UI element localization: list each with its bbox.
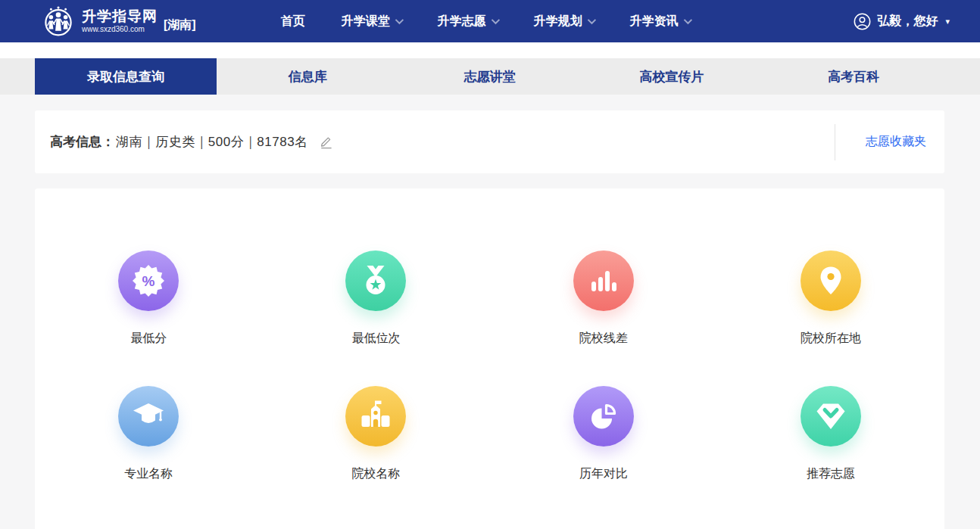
tab-gaokao-wiki[interactable]: 高考百科 bbox=[763, 58, 944, 95]
card-label: 专业名称 bbox=[124, 466, 173, 482]
percent-seal-icon: % bbox=[130, 263, 167, 299]
tab-volunteer-lectures[interactable]: 志愿讲堂 bbox=[398, 58, 580, 95]
card-school-name[interactable]: 院校名称 bbox=[262, 386, 489, 482]
gaokao-info-value: 湖南｜历史类｜500分｜81783名 bbox=[116, 133, 308, 151]
query-options-grid: % 最低分 最低位次 bbox=[35, 188, 944, 482]
site-title: 升学指导网 bbox=[82, 9, 158, 24]
card-yearly-compare[interactable]: 历年对比 bbox=[490, 386, 717, 482]
location-pin-icon bbox=[813, 263, 849, 299]
chevron-down-icon bbox=[587, 16, 595, 24]
site-logo[interactable]: 升学指导网 www.sxzd360.com [湖南] bbox=[42, 5, 196, 37]
tab-college-videos[interactable]: 高校宣传片 bbox=[581, 58, 763, 95]
nav-item-volunteer[interactable]: 升学志愿 bbox=[438, 14, 498, 30]
nav-item-news[interactable]: 升学资讯 bbox=[630, 14, 690, 30]
card-major-name[interactable]: 专业名称 bbox=[35, 386, 262, 482]
card-min-score[interactable]: % 最低分 bbox=[35, 250, 262, 347]
site-url: www.sxzd360.com bbox=[82, 26, 158, 34]
nav-item-courses[interactable]: 升学课堂 bbox=[342, 14, 401, 30]
caret-down-icon: ▾ bbox=[945, 17, 950, 26]
gaokao-info-bar: 高考信息： 湖南｜历史类｜500分｜81783名 志愿收藏夹 bbox=[35, 110, 944, 173]
pie-chart-icon bbox=[585, 398, 622, 434]
region-badge: [湖南] bbox=[164, 17, 196, 33]
svg-text:%: % bbox=[142, 273, 155, 289]
card-label: 院校所在地 bbox=[801, 331, 861, 347]
user-menu[interactable]: 弘毅，您好 ▾ bbox=[854, 13, 950, 30]
nav-item-home[interactable]: 首页 bbox=[281, 14, 305, 30]
tab-info-library[interactable]: 信息库 bbox=[217, 58, 398, 95]
card-label: 历年对比 bbox=[579, 466, 628, 482]
main-nav: 首页 升学课堂 升学志愿 升学规划 升学资讯 bbox=[281, 14, 690, 30]
card-label: 最低分 bbox=[130, 331, 167, 347]
card-school-location[interactable]: 院校所在地 bbox=[717, 250, 944, 347]
card-min-rank[interactable]: 最低位次 bbox=[262, 250, 489, 347]
logo-people-icon bbox=[42, 5, 74, 37]
card-label: 最低位次 bbox=[351, 331, 400, 347]
nav-item-planning[interactable]: 升学规划 bbox=[534, 14, 594, 30]
chevron-down-icon bbox=[395, 16, 403, 24]
edit-info-button[interactable] bbox=[319, 135, 334, 150]
chevron-down-icon bbox=[683, 16, 691, 24]
diamond-check-icon bbox=[813, 398, 849, 434]
user-avatar-icon bbox=[854, 13, 871, 30]
top-navbar: 升学指导网 www.sxzd360.com [湖南] 首页 升学课堂 升学志愿 … bbox=[0, 0, 980, 42]
gaokao-info-label: 高考信息： bbox=[50, 133, 114, 151]
school-building-icon bbox=[357, 398, 394, 434]
graduation-cap-icon bbox=[130, 398, 167, 434]
chevron-down-icon bbox=[491, 16, 499, 24]
user-greeting: 弘毅，您好 bbox=[877, 14, 938, 30]
card-recommend[interactable]: 推荐志愿 bbox=[717, 386, 944, 482]
card-label: 推荐志愿 bbox=[807, 466, 855, 482]
tab-admission-info-query[interactable]: 录取信息查询 bbox=[35, 58, 217, 95]
medal-icon bbox=[357, 263, 394, 299]
card-label: 院校线差 bbox=[579, 331, 628, 347]
query-options-panel: % 最低分 最低位次 bbox=[35, 188, 944, 529]
white-strip bbox=[0, 42, 980, 58]
tab-bar: 录取信息查询 信息库 志愿讲堂 高校宣传片 高考百科 bbox=[0, 58, 980, 95]
pencil-icon bbox=[319, 135, 334, 150]
bar-chart-icon bbox=[585, 263, 622, 299]
favorites-link[interactable]: 志愿收藏夹 bbox=[866, 134, 926, 150]
card-school-line-diff[interactable]: 院校线差 bbox=[490, 250, 717, 347]
card-label: 院校名称 bbox=[351, 466, 400, 482]
